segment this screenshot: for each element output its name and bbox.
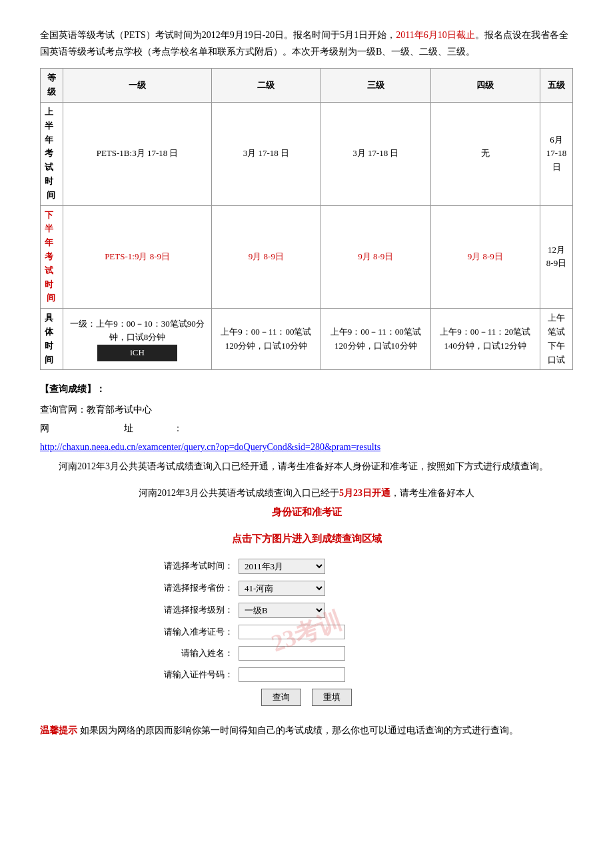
- label-time: 请选择考试时间：: [153, 559, 233, 573]
- score-query-section: 【查询成绩】： 查询官网：教育部考试中心 网 址 ： http://chaxun…: [40, 382, 573, 474]
- score-query-link[interactable]: http://chaxun.neea.edu.cn/examcenter/que…: [40, 440, 573, 455]
- form-row-id: 请输入证件号码：: [153, 667, 460, 682]
- label-id: 请输入证件号码：: [153, 668, 233, 682]
- warm-tip-label: 温馨提示: [40, 725, 77, 735]
- col-header-grade: 等级: [41, 69, 63, 103]
- query-button[interactable]: 查询: [261, 689, 301, 706]
- red-date: 2011年6月10日截止: [396, 30, 474, 40]
- warm-tip-text: 如果因为网络的原因而影响你第一时间得知自己的考试成绩，那么你也可以通过电话查询的…: [77, 725, 518, 735]
- form-row-time: 请选择考试时间： 2011年3月 2011年9月 2012年3月: [153, 559, 460, 574]
- form-row-level: 请选择报考级别： 一级B 一级 二级 三级 四级 五级: [153, 603, 460, 618]
- score-query-line2: 网 址 ：: [40, 421, 573, 436]
- highlight-line1: 河南2012年3月公共英语考试成绩查询入口已经于5月23日开通，请考生准备好本人: [40, 485, 573, 503]
- select-province[interactable]: 41-河南 11-北京 31-上海: [239, 581, 325, 596]
- black-box-label: iCH: [97, 345, 177, 361]
- col-header-5: 五级: [540, 69, 573, 103]
- input-exam-no[interactable]: [239, 625, 345, 639]
- label-level: 请选择报考级别：: [153, 603, 233, 617]
- form-row-name: 请输入姓名：: [153, 646, 460, 661]
- table-row: 上半年考试时 间 PETS-1B:3月 17-18 日 3月 17-18 日 3…: [41, 102, 573, 205]
- intro-paragraph: 全国英语等级考试（PETS）考试时间为2012年9月19日-20日。报名时间于5…: [40, 27, 573, 60]
- click-prompt: 点击下方图片进入到成绩查询区域: [40, 531, 573, 547]
- table-row: 下半年考试时 间 PETS-1:9月 8-9日 9月 8-9日 9月 8-9日 …: [41, 205, 573, 309]
- open-date: 5月23日开通: [339, 488, 390, 498]
- highlight-line2: 身份证和准考证: [40, 503, 573, 522]
- label-name: 请输入姓名：: [153, 647, 233, 661]
- warm-tip: 温馨提示 如果因为网络的原因而影响你第一时间得知自己的考试成绩，那么你也可以通过…: [40, 722, 573, 739]
- score-query-line1: 查询官网：教育部考试中心: [40, 403, 573, 417]
- label-province: 请选择报考省份：: [153, 581, 233, 595]
- form-row-exam-no: 请输入准考证号：: [153, 625, 460, 639]
- click-bold: 图片: [272, 533, 292, 544]
- input-id[interactable]: [239, 667, 345, 682]
- query-form: 23考训 请选择考试时间： 2011年3月 2011年9月 2012年3月 请选…: [153, 559, 460, 706]
- score-query-title: 【查询成绩】：: [40, 382, 573, 397]
- highlight-box: 河南2012年3月公共英语考试成绩查询入口已经于5月23日开通，请考生准备好本人…: [40, 485, 573, 521]
- select-time[interactable]: 2011年3月 2011年9月 2012年3月: [239, 559, 325, 574]
- col-header-1: 一级: [63, 69, 211, 103]
- col-header-4: 四级: [430, 69, 540, 103]
- col-header-3: 三级: [321, 69, 430, 103]
- form-buttons: 查询 重填: [153, 689, 460, 706]
- col-header-2: 二级: [211, 69, 320, 103]
- table-row: 具体时间 一级：上午9：00－10：30笔试90分钟，口试8分钟 iCH 上午9…: [41, 309, 573, 370]
- grade-table: 等级 一级 二级 三级 四级 五级 上半年考试时 间 PETS-1B:3月 17…: [40, 68, 573, 370]
- query-link[interactable]: http://chaxun.neea.edu.cn/examcenter/que…: [40, 442, 380, 452]
- score-query-desc: 河南2012年3月公共英语考试成绩查询入口已经开通，请考生准备好本人身份证和准考…: [59, 459, 573, 474]
- form-row-province: 请选择报考省份： 41-河南 11-北京 31-上海: [153, 581, 460, 596]
- reset-button[interactable]: 重填: [312, 689, 352, 706]
- input-name[interactable]: [239, 646, 345, 661]
- select-level[interactable]: 一级B 一级 二级 三级 四级 五级: [239, 603, 325, 618]
- label-exam-no: 请输入准考证号：: [153, 625, 233, 639]
